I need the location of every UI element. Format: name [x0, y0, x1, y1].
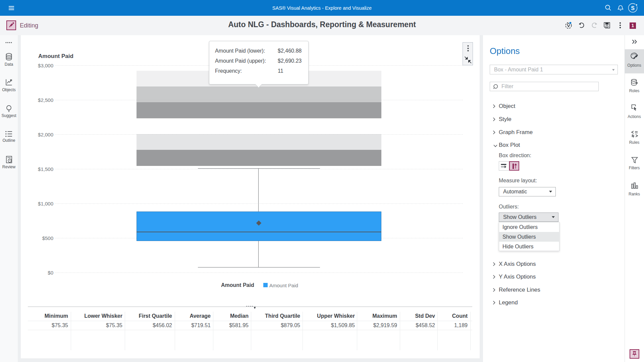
svg-text:S: S [631, 5, 635, 11]
